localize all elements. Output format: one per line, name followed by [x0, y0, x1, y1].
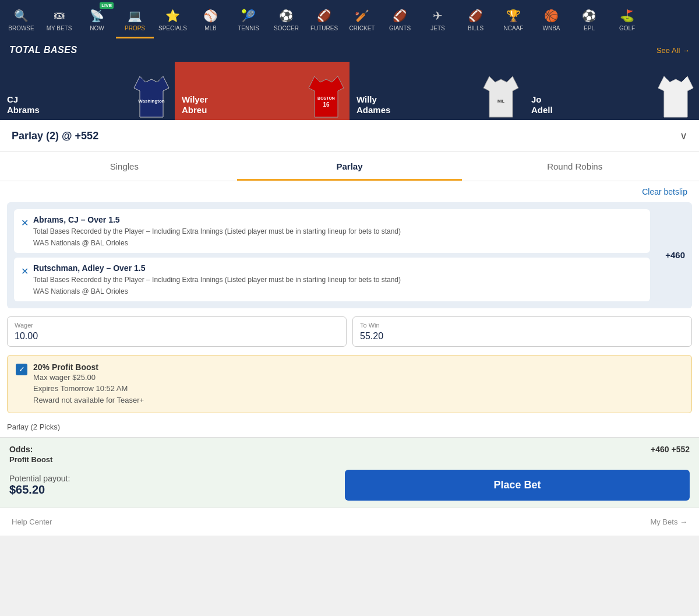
ncaaf-icon: 🏆	[506, 8, 522, 24]
now-icon: 📡	[89, 8, 105, 24]
giants-icon: 🏈	[392, 8, 408, 24]
chevron-down-icon[interactable]: ∨	[680, 129, 687, 142]
wager-value[interactable]: 10.00	[15, 331, 339, 342]
tab-round-robins[interactable]: Round Robins	[462, 152, 687, 181]
nav-now[interactable]: 📡 NOW LIVE	[78, 0, 116, 38]
my-bets-footer-link[interactable]: My Bets →	[650, 518, 687, 526]
nav-tennis-label: TENNIS	[238, 25, 259, 31]
nav-mlb[interactable]: ⚾ MLB	[192, 0, 230, 38]
nav-soccer[interactable]: ⚽ SOCCER	[267, 0, 305, 38]
bet-item-rutschman-desc: Total Bases Recorded by the Player – Inc…	[33, 275, 401, 285]
cricket-icon: 🏏	[354, 8, 370, 24]
bet-item-abrams-row: ✕ Abrams, CJ – Over 1.5 Total Bases Reco…	[21, 215, 643, 247]
live-badge: LIVE	[100, 2, 114, 9]
nav-specials-label: SPECIALS	[158, 25, 187, 31]
nav-mybets[interactable]: 🎟 MY BETS	[40, 0, 78, 38]
parlay-header[interactable]: Parlay (2) @ +552 ∨	[0, 120, 699, 152]
player-jersey-willy-adames: MIL	[478, 68, 524, 120]
nav-giants-label: GIANTS	[389, 25, 411, 31]
bet-item-abrams: ✕ Abrams, CJ – Over 1.5 Total Bases Reco…	[14, 209, 650, 253]
bet-item-rutschman-match: WAS Nationals @ BAL Orioles	[33, 287, 401, 295]
nav-ncaaf-label: NCAAF	[504, 25, 524, 31]
betslip-panel: Parlay (2) @ +552 ∨ Singles Parlay Round…	[0, 120, 699, 508]
nav-epl-label: EPL	[584, 25, 595, 31]
svg-text:Washington: Washington	[138, 98, 165, 104]
section-header: TOTAL BASES See All →	[0, 38, 699, 62]
tennis-icon: 🎾	[241, 8, 257, 24]
nav-props-label: PROPS	[125, 25, 145, 31]
nav-golf[interactable]: ⛳ GOLF	[608, 0, 646, 38]
profit-boost-checkbox[interactable]: ✓	[16, 364, 27, 375]
player-card-wilyer-abreu[interactable]: WilyerAbreu BOSTON 16	[175, 62, 350, 120]
nav-cricket[interactable]: 🏏 CRICKET	[343, 0, 381, 38]
nav-jets-label: JETS	[430, 25, 444, 31]
to-win-container: To Win 55.20	[352, 316, 692, 347]
profit-boost-container: ✓ 20% Profit Boost Max wager $25.00 Expi…	[7, 355, 692, 414]
nav-futures[interactable]: 🏈 FUTURES	[305, 0, 343, 38]
bet-items-container: ✕ Abrams, CJ – Over 1.5 Total Bases Reco…	[7, 202, 692, 308]
profit-boost-max-wager: Max wager $25.00	[33, 372, 683, 383]
top-navigation: 🔍 BROWSE 🎟 MY BETS 📡 NOW LIVE 💻 PROPS ⭐ …	[0, 0, 699, 38]
help-center-link[interactable]: Help Center	[12, 518, 52, 526]
see-all-button[interactable]: See All →	[656, 46, 690, 55]
nav-jets[interactable]: ✈ JETS	[419, 0, 457, 38]
nav-wnba[interactable]: 🏀 WNBA	[532, 0, 570, 38]
profit-boost-title: 20% Profit Boost	[33, 362, 683, 372]
parlay-picks-label: Parlay (2 Picks)	[0, 419, 699, 437]
wager-input-container[interactable]: Wager 10.00	[7, 316, 347, 347]
svg-text:16: 16	[323, 101, 330, 108]
svg-text:MIL: MIL	[497, 99, 505, 103]
nav-giants[interactable]: 🏈 GIANTS	[381, 0, 419, 38]
bet-item-abrams-desc: Total Bases Recorded by the Player – Inc…	[33, 227, 401, 237]
nav-tennis[interactable]: 🎾 TENNIS	[230, 0, 267, 38]
profit-boost-summary-label: Profit Boost	[9, 455, 52, 464]
to-win-value: 55.20	[360, 331, 684, 342]
player-jersey-cj-abrams: Washington	[128, 68, 175, 120]
bottom-action-row: Potential payout: $65.20 Place Bet	[9, 470, 690, 501]
nav-cricket-label: CRICKET	[350, 25, 375, 31]
remove-bet-rutschman-button[interactable]: ✕	[21, 266, 29, 277]
profit-boost-restriction: Reward not available for Teaser+	[33, 395, 683, 406]
jets-icon: ✈	[430, 8, 446, 24]
bet-odds-display: +460	[650, 209, 685, 301]
player-card-cj-abrams[interactable]: CJAbrams Washington	[0, 62, 175, 120]
wager-label: Wager	[15, 322, 339, 329]
svg-marker-7	[658, 76, 693, 117]
bet-items-list: ✕ Abrams, CJ – Over 1.5 Total Bases Reco…	[14, 209, 650, 301]
player-card-willy-adames[interactable]: WillyAdames MIL	[350, 62, 524, 120]
clear-betslip-button[interactable]: Clear betslip	[0, 181, 699, 202]
nav-bills[interactable]: 🏈 BILLS	[457, 0, 495, 38]
bet-item-abrams-title: Abrams, CJ – Over 1.5	[33, 215, 401, 224]
nav-specials[interactable]: ⭐ SPECIALS	[154, 0, 192, 38]
odds-label: Odds:	[9, 445, 33, 454]
bet-item-rutschman-details: Rutschman, Adley – Over 1.5 Total Bases …	[33, 263, 401, 295]
tab-parlay[interactable]: Parlay	[237, 152, 463, 181]
tab-singles[interactable]: Singles	[12, 152, 237, 181]
svg-text:BOSTON: BOSTON	[317, 96, 335, 100]
parlay-odds-value: +460	[665, 250, 685, 260]
nav-epl[interactable]: ⚽ EPL	[570, 0, 608, 38]
soccer-icon: ⚽	[278, 8, 295, 24]
bills-icon: 🏈	[468, 8, 484, 24]
player-jersey-jo-adell	[652, 68, 699, 120]
bet-item-abrams-match: WAS Nationals @ BAL Orioles	[33, 239, 401, 247]
specials-icon: ⭐	[165, 8, 181, 24]
remove-bet-abrams-button[interactable]: ✕	[21, 217, 29, 228]
nav-now-label: NOW	[90, 25, 104, 31]
section-title: TOTAL BASES	[9, 45, 77, 55]
nav-browse[interactable]: 🔍 BROWSE	[2, 0, 40, 38]
parlay-title: Parlay (2) @ +552	[12, 130, 98, 142]
svg-marker-0	[134, 76, 169, 117]
svg-marker-5	[483, 76, 518, 117]
nav-ncaaf[interactable]: 🏆 NCAAF	[495, 0, 532, 38]
player-card-jo-adell[interactable]: JoAdell	[524, 62, 699, 120]
nav-mlb-label: MLB	[204, 25, 217, 31]
bet-type-tabs: Singles Parlay Round Robins	[0, 152, 699, 181]
place-bet-button[interactable]: Place Bet	[345, 470, 690, 501]
nav-golf-label: GOLF	[619, 25, 635, 31]
nav-futures-label: FUTURES	[310, 25, 338, 31]
nav-props[interactable]: 💻 PROPS	[116, 0, 154, 38]
nav-mybets-label: MY BETS	[47, 25, 72, 31]
player-jersey-wilyer-abreu: BOSTON 16	[303, 68, 350, 120]
to-win-label: To Win	[360, 322, 684, 329]
